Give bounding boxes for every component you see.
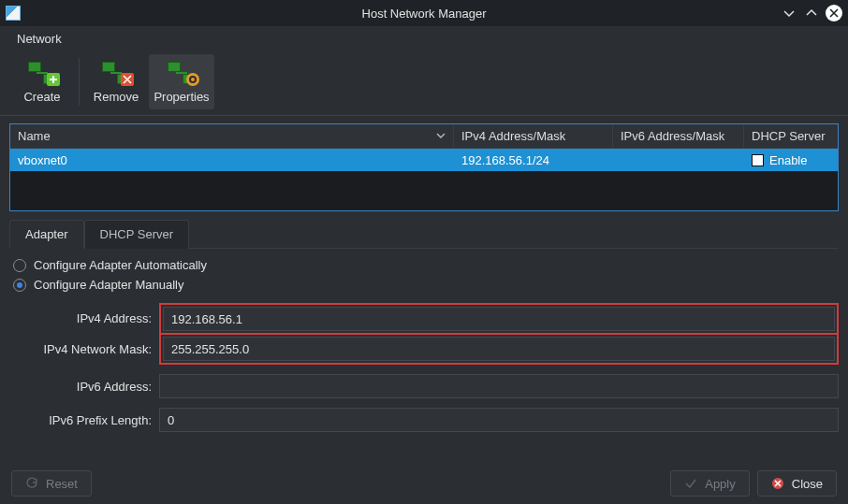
properties-label: Properties	[154, 90, 209, 104]
menubar: Network	[0, 26, 848, 50]
cell-dhcp: Enable	[744, 153, 838, 167]
tab-adapter-label: Adapter	[25, 227, 68, 241]
ipv6-prefix-label: IPv6 Prefix Length:	[9, 413, 159, 427]
cell-ipv4: 192.168.56.1/24	[454, 153, 613, 167]
row-ipv6-prefix: IPv6 Prefix Length:	[9, 408, 839, 432]
radio-auto-icon	[13, 259, 26, 272]
menu-network[interactable]: Network	[11, 28, 67, 50]
remove-icon	[100, 60, 132, 86]
row-ipv6-address: IPv6 Address:	[9, 374, 839, 398]
maximize-icon[interactable]	[803, 5, 820, 22]
col-header-name[interactable]: Name	[10, 124, 454, 148]
close-x-icon	[771, 477, 784, 490]
remove-button[interactable]: Remove	[83, 54, 149, 109]
col-ipv6-label: IPv6 Address/Mask	[621, 129, 724, 143]
create-button[interactable]: Create	[9, 54, 75, 109]
button-bar: Reset Apply Close	[0, 463, 848, 504]
create-icon	[26, 60, 58, 86]
minimize-icon[interactable]	[781, 5, 797, 22]
table-header-row: Name IPv4 Address/Mask IPv6 Address/Mask…	[10, 124, 838, 149]
titlebar: Host Network Manager	[0, 0, 848, 26]
col-dhcp-label: DHCP Server	[752, 129, 826, 143]
tab-dhcp-server[interactable]: DHCP Server	[84, 220, 190, 249]
ipv4-address-label: IPv4 Address:	[9, 311, 159, 325]
properties-button[interactable]: Properties	[149, 54, 214, 109]
col-header-ipv6[interactable]: IPv6 Address/Mask	[613, 124, 744, 148]
col-header-dhcp[interactable]: DHCP Server	[744, 124, 838, 148]
create-label: Create	[23, 90, 60, 104]
window-controls	[781, 5, 842, 22]
radio-manual-icon	[13, 279, 26, 292]
network-table: Name IPv4 Address/Mask IPv6 Address/Mask…	[9, 123, 839, 211]
ipv4-mask-input[interactable]	[163, 337, 835, 361]
dhcp-enable-label: Enable	[769, 153, 807, 167]
ipv6-prefix-input[interactable]	[159, 408, 839, 432]
close-label: Close	[792, 477, 823, 491]
apply-button[interactable]: Apply	[670, 470, 750, 497]
adapter-panel: Configure Adapter Automatically Configur…	[9, 258, 839, 432]
app-icon	[6, 6, 21, 21]
toolbar: Create Remove Properties	[0, 50, 848, 116]
radio-manual-label: Configure Adapter Manually	[34, 278, 183, 292]
close-button[interactable]: Close	[757, 470, 837, 497]
tab-dhcp-label: DHCP Server	[100, 227, 174, 241]
apply-label: Apply	[705, 477, 736, 491]
radio-auto-label: Configure Adapter Automatically	[34, 258, 207, 272]
sort-indicator-icon	[436, 131, 446, 142]
reset-icon	[25, 477, 38, 490]
properties-icon	[166, 60, 197, 86]
ipv4-address-input[interactable]	[163, 307, 835, 331]
dhcp-enable-checkbox[interactable]	[752, 154, 764, 166]
table-row[interactable]: vboxnet0 192.168.56.1/24 Enable	[10, 149, 838, 171]
remove-label: Remove	[94, 90, 139, 104]
reset-label: Reset	[46, 477, 78, 491]
check-icon	[684, 477, 697, 490]
row-ipv4-mask: IPv4 Network Mask:	[9, 333, 839, 365]
reset-button[interactable]: Reset	[11, 470, 92, 497]
window-title: Host Network Manager	[362, 7, 487, 21]
radio-manual[interactable]: Configure Adapter Manually	[13, 278, 839, 292]
tab-adapter[interactable]: Adapter	[9, 220, 84, 249]
toolbar-separator	[79, 58, 80, 106]
tabs: Adapter DHCP Server	[9, 219, 839, 249]
col-header-ipv4[interactable]: IPv4 Address/Mask	[454, 124, 613, 148]
row-ipv4-address: IPv4 Address:	[9, 303, 839, 333]
table-body: vboxnet0 192.168.56.1/24 Enable	[10, 149, 838, 210]
ipv6-address-label: IPv6 Address:	[9, 380, 159, 394]
radio-auto[interactable]: Configure Adapter Automatically	[13, 258, 839, 272]
col-name-label: Name	[18, 129, 51, 143]
adapter-form: IPv4 Address: IPv4 Network Mask: IPv6 Ad…	[9, 303, 839, 432]
ipv6-address-input[interactable]	[159, 374, 839, 398]
cell-name: vboxnet0	[10, 153, 454, 167]
col-ipv4-label: IPv4 Address/Mask	[461, 129, 565, 143]
close-icon[interactable]	[826, 5, 842, 22]
ipv4-mask-label: IPv4 Network Mask:	[9, 342, 159, 356]
